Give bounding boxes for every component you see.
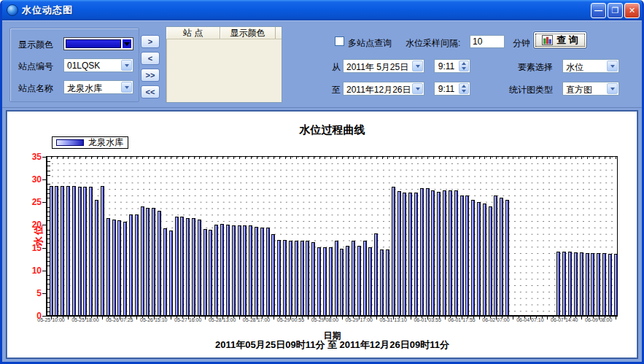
bar: [214, 225, 218, 315]
legend-label: 龙泉水库: [88, 136, 123, 149]
x-tick-label: 06-01 03:55: [414, 317, 441, 322]
chart-type-dropdown[interactable]: 直方图: [562, 82, 619, 96]
y-tick: [47, 252, 50, 253]
x-tick-top: [290, 157, 291, 159]
x-tick: [411, 315, 411, 320]
to-date-dropdown[interactable]: 2011年12月26日: [343, 82, 424, 96]
element-dropdown[interactable]: 水位: [562, 59, 619, 73]
close-button[interactable]: ✕: [624, 3, 640, 18]
bar: [597, 253, 600, 315]
multi-station-checkbox[interactable]: [335, 36, 344, 46]
bar: [586, 253, 589, 315]
x-tick-top: [456, 157, 457, 159]
from-date-dropdown[interactable]: 2011年 5月25日: [343, 59, 424, 73]
minimize-button[interactable]: —: [591, 3, 606, 18]
station-name-dropdown[interactable]: 龙泉水库: [63, 80, 133, 94]
x-tick-top: [393, 157, 394, 159]
bar: [226, 225, 230, 315]
x-tick-top: [63, 157, 63, 159]
x-tick-top: [314, 157, 314, 159]
x-tick-top: [422, 157, 422, 159]
y-tick: [47, 220, 50, 221]
list-header-station[interactable]: 站 点: [166, 27, 220, 39]
spinner-arrows-icon[interactable]: [459, 83, 469, 94]
x-tick-top: [575, 157, 576, 159]
to-time-spinner[interactable]: 9:11: [434, 82, 470, 96]
multi-station-label: 多站点查询: [348, 37, 392, 50]
y-tick: [47, 239, 50, 239]
x-tick: [97, 315, 98, 318]
spinner-arrows-icon[interactable]: [459, 61, 469, 71]
bar: [50, 186, 53, 315]
display-color-dropdown[interactable]: [63, 37, 133, 50]
x-tick: [616, 315, 616, 320]
bar: [101, 186, 104, 315]
y-tick: [42, 202, 47, 203]
x-tick-top: [559, 157, 559, 159]
query-button[interactable]: 查 询: [533, 31, 587, 49]
x-tick: [502, 315, 503, 318]
bar: [78, 187, 82, 315]
move-all-right-button[interactable]: >>: [141, 69, 160, 82]
bar: [271, 234, 275, 315]
bar: [243, 225, 247, 315]
from-time-spinner[interactable]: 9:11: [434, 59, 470, 73]
x-tick-top: [233, 157, 234, 159]
x-tick-top: [211, 157, 212, 159]
y-tick: [47, 216, 50, 217]
x-tick: [136, 315, 137, 320]
interval-input[interactable]: [470, 35, 505, 48]
bar: [471, 200, 475, 315]
bar: [117, 220, 121, 315]
station-id-dropdown[interactable]: 01LQSK: [63, 58, 133, 72]
color-swatch: [66, 39, 121, 48]
y-tick: [47, 184, 50, 185]
bar: [420, 188, 424, 315]
x-tick-top: [330, 157, 331, 159]
bar: [340, 249, 344, 315]
y-tick: [47, 257, 50, 257]
move-all-left-button[interactable]: <<: [141, 85, 160, 98]
x-tick: [239, 315, 240, 320]
x-tick-label: 06-09 08:00: [585, 317, 612, 322]
x-tick: [194, 315, 195, 318]
station-list[interactable]: 站 点 显示颜色: [166, 26, 282, 103]
window-title: 水位动态图: [22, 4, 73, 17]
maximize-button[interactable]: ❐: [608, 3, 623, 18]
chevron-down-icon: [121, 60, 132, 71]
y-tick: [47, 171, 50, 171]
x-tick-top: [296, 157, 297, 159]
bar: [158, 211, 161, 315]
x-tick-top: [319, 157, 320, 159]
move-right-button[interactable]: >: [141, 35, 160, 48]
interval-label: 水位采样间隔:: [406, 37, 460, 50]
move-left-button[interactable]: <: [141, 52, 160, 65]
bar: [306, 241, 309, 315]
x-tick: [268, 315, 268, 318]
y-tick-label: 30: [32, 174, 42, 185]
bar: [500, 198, 503, 315]
x-tick-top: [285, 157, 286, 159]
bar: [123, 222, 127, 315]
x-tick-top: [353, 157, 354, 159]
title-bar[interactable]: 水位动态图 — ❐ ✕: [0, 0, 644, 20]
bar: [203, 229, 207, 315]
bar: [357, 246, 361, 315]
bar: [414, 193, 418, 315]
x-tick-top: [473, 157, 474, 159]
x-tick-label: 06-07 14:40: [551, 317, 578, 322]
bar: [608, 254, 612, 315]
x-tick-label: 05-26 15:10: [140, 317, 167, 322]
x-tick-top: [114, 157, 115, 159]
list-header-color[interactable]: 显示颜色: [220, 27, 276, 39]
x-tick: [536, 315, 537, 318]
legend: 龙泉水库: [52, 136, 128, 149]
x-tick: [371, 315, 371, 318]
x-tick-top: [205, 157, 206, 159]
bar: [146, 208, 150, 315]
bar: [277, 240, 281, 315]
x-tick: [68, 315, 69, 320]
x-tick-top: [376, 157, 377, 159]
x-tick: [610, 315, 610, 318]
x-tick-top: [365, 157, 365, 159]
